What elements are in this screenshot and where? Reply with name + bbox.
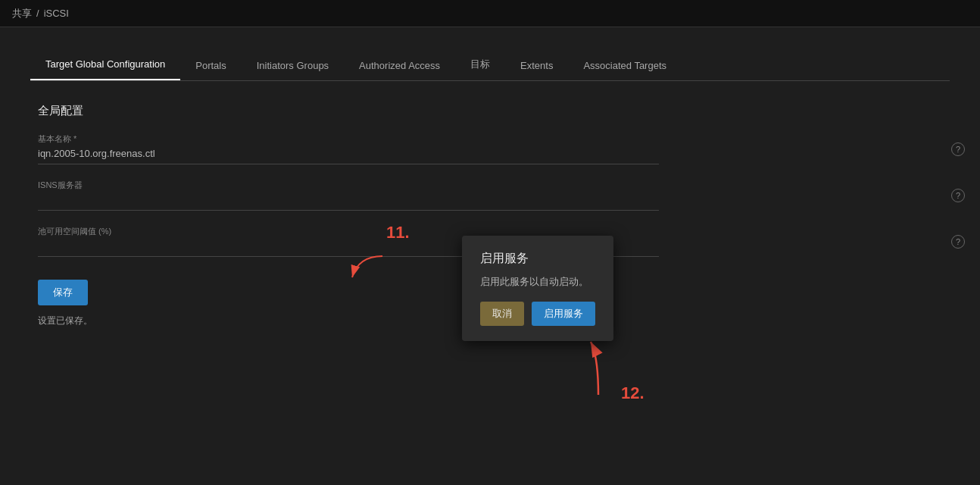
dialog-cancel-button[interactable]: 取消 [480, 302, 524, 326]
breadcrumb-bar: 共享 / iSCSI [0, 0, 980, 27]
tab-extents[interactable]: Extents [505, 52, 568, 80]
save-button[interactable]: 保存 [38, 280, 88, 305]
tab-bar: Target Global Configuration Portals Init… [30, 50, 950, 81]
tab-initiators-groups[interactable]: Initiators Groups [242, 52, 344, 80]
tab-associated-targets[interactable]: Associated Targets [568, 52, 682, 80]
field-isns-server: ISNS服务器 ? [38, 180, 942, 211]
dialog-title: 启用服务 [480, 251, 595, 267]
breadcrumb-home[interactable]: 共享 [12, 7, 32, 20]
arrow-12-icon [553, 334, 621, 402]
main-content: Target Global Configuration Portals Init… [0, 27, 980, 485]
field-node-name-line [38, 164, 659, 164]
form-title: 全局配置 [38, 104, 942, 118]
annotation-step-11: 11. [386, 223, 410, 242]
field-isns-server-line [38, 210, 659, 211]
tab-target-global[interactable]: Target Global Configuration [30, 51, 180, 80]
field-isns-server-value [38, 194, 942, 205]
dialog-buttons: 取消 启用服务 [480, 302, 595, 326]
field-node-name-value: iqn.2005-10.org.freenas.ctl [38, 148, 942, 159]
help-icon-pool-threshold[interactable]: ? [951, 235, 965, 249]
dialog-enable-button[interactable]: 启用服务 [532, 302, 595, 326]
tab-authorized-access[interactable]: Authorized Access [344, 52, 455, 80]
field-node-name: 基本名称 * iqn.2005-10.org.freenas.ctl ? [38, 133, 942, 164]
arrow-11-icon [345, 253, 390, 283]
help-icon-isns-server[interactable]: ? [951, 189, 965, 202]
field-isns-server-label: ISNS服务器 [38, 180, 942, 191]
field-node-name-label: 基本名称 * [38, 133, 942, 145]
breadcrumb-current: iSCSI [44, 8, 69, 19]
breadcrumb-separator: / [36, 8, 39, 19]
enable-service-dialog: 启用服务 启用此服务以自动启动。 取消 启用服务 [462, 236, 613, 341]
dialog-message: 启用此服务以自动启动。 [480, 274, 595, 289]
tab-targets[interactable]: 目标 [455, 50, 505, 80]
tab-portals[interactable]: Portals [180, 52, 241, 80]
help-icon-node-name[interactable]: ? [951, 142, 965, 156]
annotation-step-12: 12. [621, 383, 644, 403]
